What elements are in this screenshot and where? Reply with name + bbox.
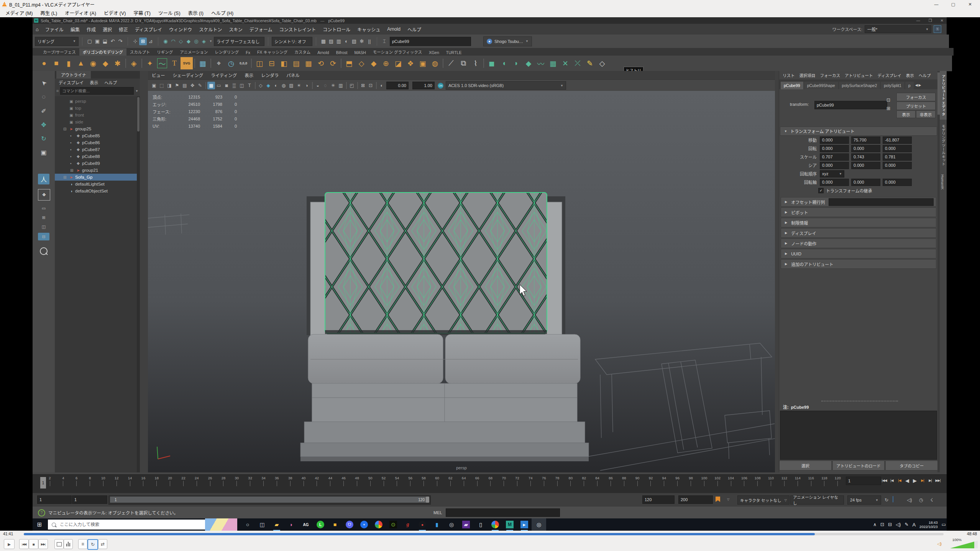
- origin-locator-icon[interactable]: 0,0,0: [237, 57, 250, 69]
- transform-component-icon[interactable]: ▦: [547, 57, 559, 69]
- material-override-icon[interactable]: ▨: [287, 82, 295, 89]
- shelf-tab[interactable]: リギング: [153, 48, 176, 56]
- display-icon[interactable]: ⊟: [888, 522, 892, 527]
- sep[interactable]: [140, 57, 144, 69]
- audio-icon[interactable]: ◁): [906, 496, 913, 504]
- account-dropdown[interactable]: ● Shogo Tsubu…▼: [483, 36, 532, 46]
- outliner-item[interactable]: • ❖ pCube89: [55, 160, 140, 167]
- new-tab-icon[interactable]: ⊞: [886, 106, 890, 111]
- shelf-tab[interactable]: モーション グラフィックス: [369, 48, 425, 56]
- quick-selection-input[interactable]: pCube99: [390, 37, 471, 46]
- textured-icon[interactable]: ◐: [272, 82, 280, 89]
- sep[interactable]: [339, 57, 343, 69]
- timeline-tick[interactable]: 62: [448, 476, 453, 486]
- ae-splitter[interactable]: [775, 71, 779, 472]
- maya-menu-item[interactable]: デフォーム: [246, 26, 276, 33]
- speaker-icon[interactable]: ◁): [896, 522, 901, 527]
- lighting-icon[interactable]: ☀: [295, 82, 303, 89]
- mel-label[interactable]: MEL: [433, 510, 442, 515]
- hide-button[interactable]: 非表示: [916, 110, 936, 118]
- ambient-occlusion-icon[interactable]: ◒: [314, 82, 322, 89]
- hypershade-icon[interactable]: ▧: [350, 38, 358, 45]
- notification-center-icon[interactable]: ▭: [942, 522, 946, 527]
- snap-grid-icon[interactable]: ◉: [162, 38, 169, 45]
- rotate-tool-icon[interactable]: ↻: [38, 133, 49, 144]
- animation-layer-dropdown[interactable]: アニメーション レイヤなし: [790, 495, 844, 505]
- playlist-button[interactable]: ≡: [78, 539, 87, 549]
- step-back-frame-button[interactable]: |◀: [888, 476, 896, 485]
- timeline-tick[interactable]: 106: [742, 476, 747, 486]
- vlc-maximize-button[interactable]: ▢: [945, 0, 962, 8]
- maya-menu-item[interactable]: Arnold: [384, 26, 404, 32]
- extrude-icon[interactable]: ⬒: [343, 57, 355, 69]
- workspace-dropdown[interactable]: 一般*▼: [865, 25, 931, 33]
- timeline-tick[interactable]: 8: [87, 476, 93, 486]
- shadows-icon[interactable]: ◑: [303, 82, 310, 89]
- isolate-select-icon[interactable]: ◰: [348, 82, 356, 89]
- expander-icon[interactable]: ⊞: [63, 175, 68, 179]
- lattice-icon[interactable]: ◇: [596, 57, 608, 69]
- maya-app-icon[interactable]: M: [502, 518, 517, 531]
- anti-alias-icon[interactable]: ✳: [329, 82, 337, 89]
- ui-window-icon[interactable]: ▦: [197, 57, 209, 69]
- timeline-tick[interactable]: 60: [434, 476, 440, 486]
- people-search-icon[interactable]: ◎: [532, 518, 546, 531]
- sep[interactable]: [209, 57, 213, 69]
- outliner-menu-item[interactable]: 表示: [90, 79, 98, 86]
- card-app-icon[interactable]: ▮: [430, 518, 444, 531]
- shelf-tab[interactable]: ポリゴンのモデリング: [79, 48, 126, 56]
- select-by-hierarchy-icon[interactable]: ⊹: [131, 38, 139, 45]
- time-node-icon[interactable]: ◷: [225, 57, 237, 69]
- collapsed-section-header[interactable]: ▶UUID: [781, 249, 936, 258]
- single-pane-layout-icon[interactable]: ▭: [38, 204, 49, 212]
- smooth-icon[interactable]: ▦: [302, 57, 315, 69]
- poly-cube-icon[interactable]: ■: [50, 57, 62, 69]
- grid-display-icon[interactable]: ▦: [207, 82, 215, 89]
- light-editor-icon[interactable]: ✻: [358, 38, 366, 45]
- timeline-tick[interactable]: 4: [61, 476, 66, 486]
- y-field[interactable]: 75.700: [851, 137, 880, 144]
- x-field[interactable]: 0.707: [820, 153, 849, 161]
- zoom-select-icon[interactable]: [38, 246, 49, 257]
- maya-menu-item[interactable]: 選択: [99, 26, 115, 33]
- remesh-icon[interactable]: ⟳: [327, 57, 339, 69]
- news-widget[interactable]: [205, 518, 237, 531]
- outliner-item[interactable]: • ❖ pCube86: [55, 139, 140, 146]
- ae-node-tab[interactable]: pCube99: [781, 82, 803, 89]
- shelf-tab[interactable]: カーブ/サーフェス: [39, 48, 79, 56]
- fullscreen-button[interactable]: [54, 539, 64, 549]
- chrome-icon[interactable]: [371, 518, 386, 531]
- shelf-tab[interactable]: XGen: [425, 49, 443, 56]
- timeline-tick[interactable]: 34: [261, 476, 266, 486]
- camera-lock-icon[interactable]: ⬚: [158, 82, 166, 89]
- purple-app-icon[interactable]: ▰: [459, 518, 473, 531]
- move-tool-icon[interactable]: ✥: [38, 119, 49, 130]
- menuset-dropdown[interactable]: リギング▼: [35, 37, 79, 46]
- bevel-icon[interactable]: ◇: [355, 57, 368, 69]
- focus-button[interactable]: フォーカス: [896, 93, 936, 101]
- fps-dropdown[interactable]: 24 fps▼: [847, 495, 881, 505]
- sep[interactable]: [441, 57, 445, 69]
- next-button[interactable]: ▶▶|: [38, 539, 48, 549]
- maya-minimize-button[interactable]: —: [916, 18, 920, 23]
- curve-snap-icon[interactable]: ⌇: [469, 57, 482, 69]
- taskbar-search-input[interactable]: [59, 522, 201, 527]
- paint-app-icon[interactable]: ◗: [284, 518, 299, 531]
- panel-menu-item[interactable]: ライティング: [207, 72, 241, 78]
- y-field[interactable]: 0.000: [851, 162, 880, 169]
- paint-select-tool-icon[interactable]: ✐: [38, 105, 49, 116]
- panel-menu-item[interactable]: レンダラ: [257, 72, 282, 78]
- rotate-axis-z[interactable]: 0.000: [883, 179, 912, 186]
- wedge-icon[interactable]: ◪: [392, 57, 404, 69]
- inherit-transform-checkbox[interactable]: ✓: [818, 188, 824, 193]
- open-scene-icon[interactable]: ▣: [94, 38, 101, 45]
- select-by-component-icon[interactable]: ⊿: [147, 38, 154, 45]
- curve-pencil-icon[interactable]: ⟋: [445, 57, 457, 69]
- wire-on-shaded-icon[interactable]: ◍: [280, 82, 287, 89]
- x-field[interactable]: 0.000: [820, 145, 849, 152]
- ae-footer-button[interactable]: アトリビュートのロード: [832, 461, 885, 470]
- sep[interactable]: [124, 57, 128, 69]
- expander-icon[interactable]: •: [70, 148, 75, 152]
- shuffle-button[interactable]: ⇄: [98, 539, 107, 549]
- current-time-field[interactable]: 1: [846, 477, 881, 485]
